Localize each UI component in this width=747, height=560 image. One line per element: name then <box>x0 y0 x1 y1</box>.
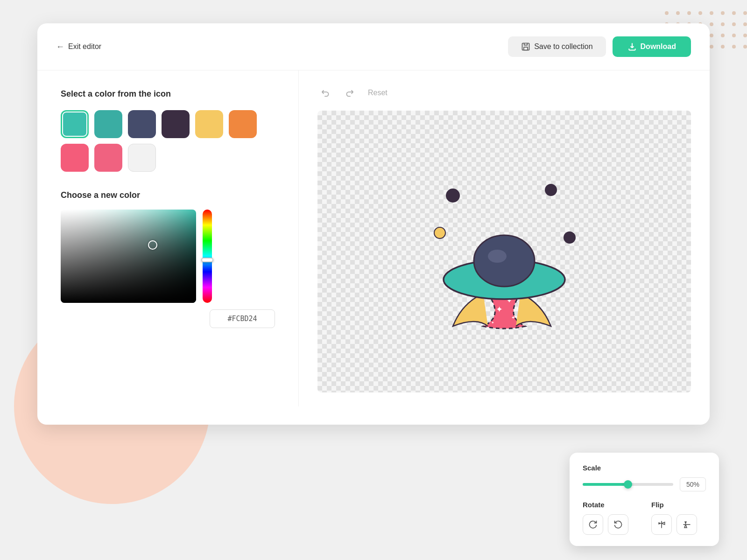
color-swatch-4[interactable] <box>195 110 223 138</box>
ufo-illustration: ✦ ✦ ✦ ✦ ✦ <box>416 168 593 336</box>
flip-horizontal-button[interactable] <box>651 514 672 535</box>
color-swatch-8[interactable] <box>128 144 156 172</box>
new-color-title: Choose a new color <box>61 190 275 200</box>
hex-color-input[interactable] <box>210 309 275 328</box>
main-editor-card: ← Exit editor Save to collection Downloa… <box>37 23 710 425</box>
dome-highlight <box>488 250 507 263</box>
sparkle-3: ✦ <box>511 315 515 320</box>
scale-slider-thumb[interactable] <box>624 480 632 489</box>
back-arrow-icon: ← <box>56 42 64 52</box>
editor-content: Select a color from the icon Choose a ne… <box>37 70 710 406</box>
color-swatch-5[interactable] <box>229 110 257 138</box>
download-icon <box>627 42 637 51</box>
hue-slider-thumb[interactable] <box>201 258 213 262</box>
download-label: Download <box>641 42 676 51</box>
color-picker-area <box>61 210 275 303</box>
undo-button[interactable] <box>317 84 334 101</box>
canvas-toolbar: Reset <box>317 84 691 101</box>
color-swatch-7[interactable] <box>94 144 122 172</box>
right-panel: Reset ✦ ✦ ✦ <box>299 70 710 406</box>
scale-value: 50% <box>680 477 706 491</box>
redo-button[interactable] <box>341 84 358 101</box>
save-icon <box>521 42 530 51</box>
rotate-cw-icon <box>588 520 598 529</box>
save-to-collection-button[interactable]: Save to collection <box>508 36 606 57</box>
editor-header: ← Exit editor Save to collection Downloa… <box>37 23 710 70</box>
reset-button[interactable]: Reset <box>364 87 391 99</box>
planet-1 <box>446 189 459 202</box>
flip-buttons <box>651 514 706 535</box>
scale-slider-fill <box>583 483 628 486</box>
rotate-ccw-icon <box>613 520 623 529</box>
hex-input-container <box>61 309 275 328</box>
planet-4 <box>564 232 575 243</box>
download-button[interactable]: Download <box>613 36 691 57</box>
planet-3 <box>434 227 445 238</box>
flip-label: Flip <box>651 501 706 509</box>
scale-row: 50% <box>583 477 706 491</box>
flip-h-icon <box>657 520 666 529</box>
color-swatch-1[interactable] <box>94 110 122 138</box>
ufo-svg: ✦ ✦ ✦ ✦ ✦ <box>416 168 593 336</box>
svg-rect-1 <box>524 47 528 50</box>
hue-slider[interactable] <box>203 210 212 303</box>
redo-icon <box>344 88 354 98</box>
color-swatch-3[interactable] <box>162 110 190 138</box>
rotate-buttons <box>583 514 637 535</box>
flip-section: Flip <box>651 501 706 535</box>
ufo-dome <box>474 235 535 287</box>
undo-icon <box>321 88 331 98</box>
scale-label: Scale <box>583 464 706 472</box>
exit-editor-button[interactable]: ← Exit editor <box>56 42 101 52</box>
exit-label: Exit editor <box>68 42 101 51</box>
rotate-label: Rotate <box>583 501 637 509</box>
save-label: Save to collection <box>534 42 592 51</box>
rotate-flip-row: Rotate Flip <box>583 501 706 535</box>
color-swatches-container <box>61 110 275 172</box>
rotate-ccw-button[interactable] <box>608 514 628 535</box>
rotate-cw-button[interactable] <box>583 514 603 535</box>
left-panel: Select a color from the icon Choose a ne… <box>37 70 299 406</box>
scale-slider-track[interactable] <box>583 483 673 486</box>
color-swatch-6[interactable] <box>61 144 89 172</box>
color-section-title: Select a color from the icon <box>61 89 275 99</box>
color-swatch-0[interactable] <box>61 110 89 138</box>
color-swatch-2[interactable] <box>128 110 156 138</box>
rotate-section: Rotate <box>583 501 637 535</box>
editor-canvas: ✦ ✦ ✦ ✦ ✦ <box>317 111 691 392</box>
color-picker-cursor[interactable] <box>148 240 157 250</box>
controls-card: Scale 50% Rotate <box>570 453 719 546</box>
sparkle-1: ✦ <box>496 305 503 314</box>
planet-2 <box>545 184 557 196</box>
header-actions: Save to collection Download <box>508 36 691 57</box>
gradient-dark-overlay <box>61 210 196 303</box>
flip-vertical-button[interactable] <box>677 514 697 535</box>
flip-v-icon <box>682 520 691 529</box>
color-gradient-canvas[interactable] <box>61 210 196 303</box>
sparkle-4: ✦ <box>491 321 494 325</box>
